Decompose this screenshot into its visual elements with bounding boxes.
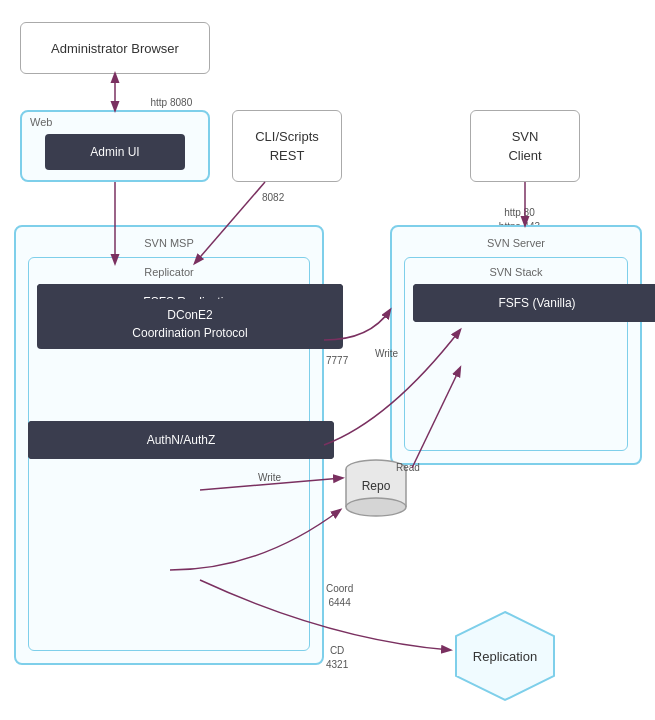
port-7777: 7777 <box>326 355 348 366</box>
admin-browser-label: Administrator Browser <box>51 41 179 56</box>
port-cd: CD 4321 <box>326 630 348 672</box>
port-8082: 8082 <box>262 192 284 203</box>
svn-stack-group: SVN Stack FSFS (Cirata Version) FSFS (Va… <box>404 257 628 451</box>
fsfs-vanilla-box: FSFS (Vanilla) <box>413 284 655 322</box>
admin-browser-box: Administrator Browser <box>20 22 210 74</box>
replication-label: Replication <box>473 649 537 664</box>
authn-authz-box: AuthN/AuthZ <box>28 421 334 459</box>
svn-msp-label: SVN MSP <box>144 237 194 249</box>
architecture-diagram: Administrator Browser http 8080 https 84… <box>0 0 655 720</box>
repo-label: Repo <box>362 479 391 493</box>
svn-server-outer: SVN Server SVN Stack FSFS (Cirata Versio… <box>390 225 642 465</box>
port-coord: Coord 6444 <box>326 568 353 610</box>
replication-hex: Replication <box>450 608 560 704</box>
svn-msp-outer: SVN MSP API Layer AuthN/AuthZ Replicator… <box>14 225 324 665</box>
web-outer-box: Web Admin UI <box>20 110 210 182</box>
replicator-label: Replicator <box>37 266 301 278</box>
write-label-2: Write <box>375 348 398 359</box>
cli-rest-box: CLI/Scripts REST <box>232 110 342 182</box>
admin-ui-box: Admin UI <box>45 134 185 170</box>
dconfe-box: DConE2 Coordination Protocol <box>37 299 343 349</box>
web-label: Web <box>30 116 52 128</box>
write-label-1: Write <box>258 472 281 483</box>
read-label: Read <box>396 462 420 473</box>
svn-client-box: SVN Client <box>470 110 580 182</box>
svn-server-label: SVN Server <box>487 237 545 249</box>
svn-stack-label: SVN Stack <box>413 266 619 278</box>
svg-point-4 <box>346 498 406 516</box>
